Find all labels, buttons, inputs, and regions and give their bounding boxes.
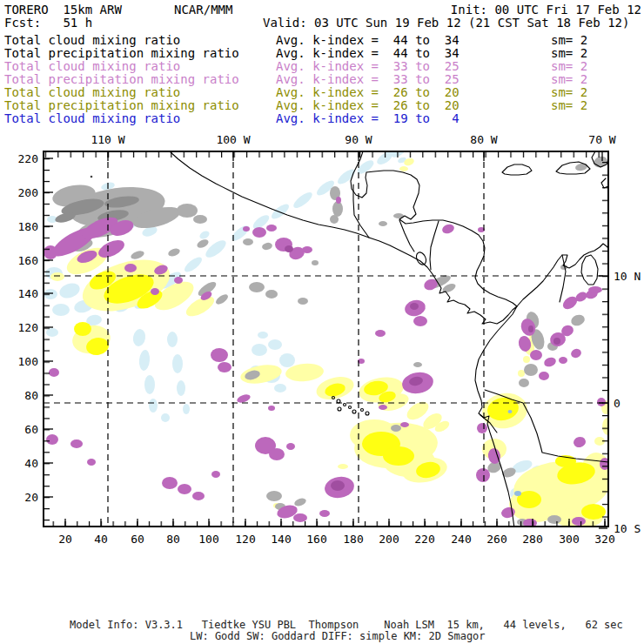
south-america-borders <box>480 255 608 462</box>
model-info-line2: LW: Godd SW: Goddard DIFF: simple KM: 2D… <box>190 630 486 642</box>
mexico-pacific-coast <box>170 151 517 528</box>
left-ticks <box>44 152 50 526</box>
contour-fills <box>44 145 613 528</box>
stray-dot <box>91 176 93 178</box>
map-plot <box>0 0 644 644</box>
right-ticks <box>602 152 607 526</box>
weather-plot-page: TORERO 15km ARW NCAR/MMM Init: 00 UTC Fr… <box>0 0 644 644</box>
lake-nicaragua <box>414 251 427 266</box>
lake-maracaibo <box>581 255 598 285</box>
model-info-line1: Model Info: V3.3.1 Tiedtke YSU PBL Thomp… <box>70 619 623 631</box>
top-ticks <box>44 152 607 158</box>
cuba-island <box>502 164 532 175</box>
